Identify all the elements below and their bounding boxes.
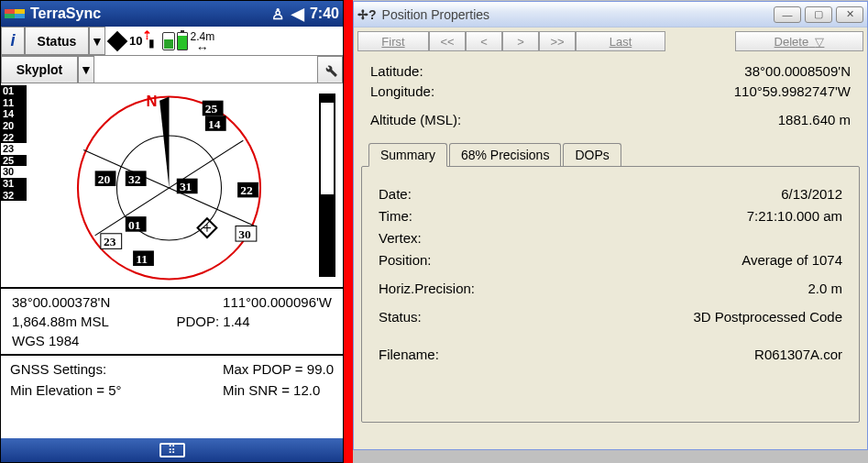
skyplot-body: 01111420222325303132 N 25 14 20 32 31 22 bbox=[1, 83, 343, 287]
sat-list-item: 14 bbox=[1, 108, 27, 120]
satellite-count: 10 bbox=[129, 34, 142, 48]
sat-32: 32 bbox=[128, 172, 141, 186]
start-flag-icon[interactable] bbox=[5, 5, 25, 23]
arrows-icon: ↔ bbox=[196, 43, 209, 52]
record-nav: First << < > >> Last Delete ▽ bbox=[354, 28, 867, 53]
accuracy-indicator: 2.4m ↔ bbox=[190, 30, 214, 52]
next-button[interactable]: > bbox=[502, 31, 539, 51]
sat-list-item: 32 bbox=[1, 190, 27, 202]
status-dropdown[interactable]: ▼ bbox=[89, 27, 105, 55]
sat-11: 11 bbox=[136, 252, 148, 266]
status-value: 3D Postprocessed Code bbox=[693, 309, 842, 325]
vertex-label: Vertex: bbox=[379, 230, 422, 246]
prev-page-button[interactable]: << bbox=[429, 31, 466, 51]
lat-label: Latitude: bbox=[370, 63, 423, 79]
latitude-value: 38°00.000378'N bbox=[12, 294, 168, 310]
sat-20: 20 bbox=[98, 172, 111, 186]
hprec-value: 2.0 m bbox=[808, 281, 842, 296]
app-title: TerraSync bbox=[30, 6, 266, 22]
skyplot-button[interactable]: Skyplot bbox=[1, 56, 78, 83]
sat-list-item: 11 bbox=[1, 97, 27, 109]
max-pdop-value: Max PDOP = 99.0 bbox=[223, 361, 334, 377]
minimize-button[interactable]: — bbox=[774, 6, 801, 23]
date-label: Date: bbox=[379, 186, 412, 202]
status-button[interactable]: Status bbox=[25, 27, 89, 55]
first-button[interactable]: First bbox=[357, 31, 429, 51]
sat-23: 23 bbox=[104, 235, 116, 248]
settings-button[interactable] bbox=[317, 56, 343, 83]
tab-precisions[interactable]: 68% Precisions bbox=[449, 143, 562, 166]
skyplot-chart: N 25 14 20 32 31 22 01 23 11 30 bbox=[27, 83, 312, 287]
sat-01: 01 bbox=[128, 218, 141, 232]
alt-value: 1881.640 m bbox=[778, 112, 851, 127]
keyboard-icon[interactable] bbox=[159, 443, 185, 457]
sat-31: 31 bbox=[180, 180, 192, 193]
delete-button[interactable]: Delete ▽ bbox=[735, 31, 863, 51]
snr-gauge bbox=[312, 83, 343, 287]
dialog-titlebar: ✢? Position Properties — ▢ ✕ bbox=[354, 2, 867, 28]
sat-list-item: 25 bbox=[1, 155, 27, 167]
sat-list-item: 23 bbox=[1, 143, 27, 155]
position-value: Average of 1074 bbox=[742, 252, 842, 268]
sat-list-item: 31 bbox=[1, 178, 27, 190]
last-button[interactable]: Last bbox=[576, 31, 665, 51]
status-indicators: 10 2.4m ↔ bbox=[105, 27, 343, 55]
tab-dops[interactable]: DOPs bbox=[563, 143, 621, 166]
altitude-value: 1,864.88m MSL bbox=[12, 314, 168, 329]
terrasync-device: TerraSync ♙ ◀ 7:40 i Status ▼ 10 2.4m ↔ … bbox=[0, 0, 344, 463]
volume-icon[interactable]: ◀ bbox=[291, 4, 304, 24]
sat-list-item: 22 bbox=[1, 132, 27, 144]
tab-panel-summary: Date:6/13/2012 Time:7:21:10.000 am Verte… bbox=[361, 166, 860, 423]
lat-value: 38°00.0008509'N bbox=[744, 63, 851, 79]
hprec-label: Horiz.Precision: bbox=[379, 281, 475, 296]
info-button[interactable]: i bbox=[1, 27, 25, 55]
lon-value: 110°59.9982747'W bbox=[734, 83, 851, 99]
lon-label: Longitude: bbox=[370, 83, 434, 99]
date-value: 6/13/2012 bbox=[781, 186, 842, 202]
status-toolbar: i Status ▼ 10 2.4m ↔ bbox=[1, 27, 343, 56]
wm-titlebar: TerraSync ♙ ◀ 7:40 bbox=[1, 1, 343, 27]
next-page-button[interactable]: >> bbox=[539, 31, 576, 51]
dialog-title: Position Properties bbox=[382, 7, 770, 22]
filename-label: Filename: bbox=[379, 347, 439, 362]
position-props: Latitude:38°00.0008509'N Longitude:110°5… bbox=[354, 53, 867, 136]
prev-button[interactable]: < bbox=[466, 31, 502, 51]
min-elevation-value: Min Elevation = 5° bbox=[10, 382, 223, 398]
longitude-value: 111°00.000096'W bbox=[177, 294, 333, 310]
gnss-settings-label: GNSS Settings: bbox=[10, 361, 223, 377]
time-value: 7:21:10.000 am bbox=[747, 208, 842, 224]
min-snr-value: Min SNR = 12.0 bbox=[223, 382, 334, 398]
wrench-icon bbox=[322, 61, 338, 78]
sat-25: 25 bbox=[205, 102, 218, 116]
help-icon[interactable]: ✢? bbox=[357, 7, 377, 22]
sat-list-item: 20 bbox=[1, 120, 27, 132]
maximize-button[interactable]: ▢ bbox=[805, 6, 832, 23]
clock-time[interactable]: 7:40 bbox=[310, 6, 339, 22]
chevron-down-icon: ▽ bbox=[815, 35, 824, 49]
close-button[interactable]: ✕ bbox=[836, 6, 863, 23]
alt-label: Altitude (MSL): bbox=[370, 112, 461, 127]
skyplot-dropdown[interactable]: ▼ bbox=[78, 56, 94, 83]
battery-icon bbox=[177, 32, 188, 50]
north-label: N bbox=[147, 93, 158, 110]
sat-30: 30 bbox=[238, 227, 251, 241]
sat-14: 14 bbox=[208, 117, 221, 131]
toolbar-spacer bbox=[94, 56, 317, 83]
satellite-icon bbox=[107, 31, 127, 51]
position-properties-dialog: ✢? Position Properties — ▢ ✕ First << < … bbox=[353, 1, 868, 450]
tab-summary[interactable]: Summary bbox=[368, 143, 447, 167]
gnss-settings-block: GNSS Settings: Max PDOP = 99.0 Min Eleva… bbox=[1, 354, 343, 403]
time-label: Time: bbox=[379, 208, 412, 224]
satellite-list: 01111420222325303132 bbox=[1, 83, 27, 287]
connectivity-icon[interactable]: ♙ bbox=[271, 6, 284, 23]
delete-label: Delete bbox=[775, 35, 809, 49]
svg-marker-4 bbox=[159, 97, 169, 189]
sat-list-item: 01 bbox=[1, 85, 27, 97]
position-label: Position: bbox=[379, 252, 432, 268]
image-divider bbox=[344, 0, 353, 463]
status-label: Status: bbox=[379, 309, 422, 325]
tabstrip: Summary 68% Precisions DOPs Date:6/13/20… bbox=[361, 143, 860, 423]
wm-footer bbox=[1, 438, 343, 462]
sat-list-item: 30 bbox=[1, 166, 27, 178]
memory-icon bbox=[162, 32, 175, 50]
